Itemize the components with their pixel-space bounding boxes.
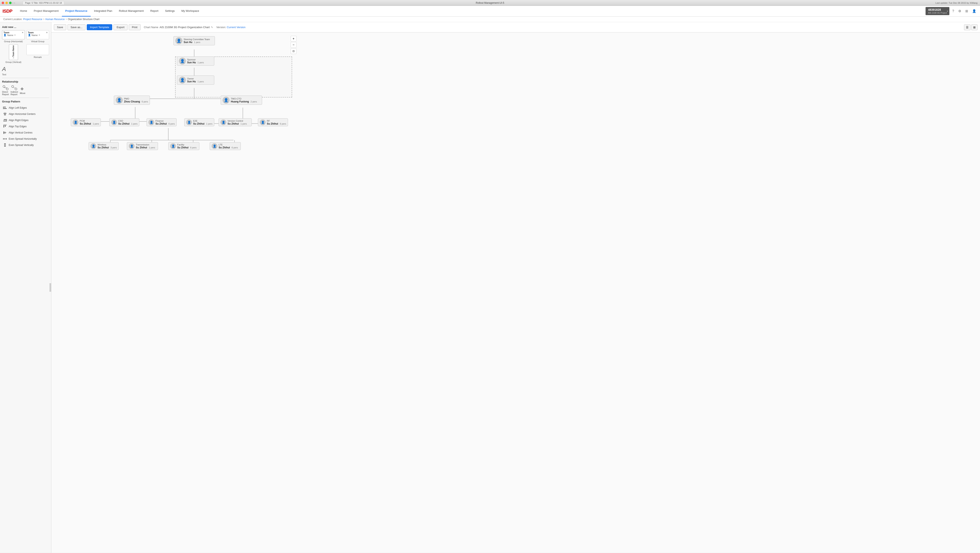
- page-info: Page: 5 Title: ISD-PPM-U1-03-02 18: [23, 1, 64, 5]
- badge-arrow-icon: [947, 10, 948, 12]
- node-e2e[interactable]: 👤 E2E Su Zhihui 1 pers: [184, 118, 214, 126]
- nav-report[interactable]: Report: [147, 6, 162, 17]
- nav-my-workspace[interactable]: My Workspace: [178, 6, 202, 17]
- rel-direct-report[interactable]: DirectReport: [2, 85, 9, 95]
- chart-canvas-inner: 👤 Steering Committee Team Sun Hu 1 pers …: [51, 32, 300, 177]
- breadcrumb: Current Location: Project Resource > Hum…: [0, 17, 980, 22]
- view-grid-button[interactable]: ⊞: [971, 24, 977, 30]
- pattern-align-left[interactable]: Align Left Edges: [2, 105, 49, 111]
- node-wireless[interactable]: 👤 Wireless Su Zhihui 3 pers: [89, 142, 119, 150]
- edit-chart-name-icon[interactable]: ✎: [211, 26, 213, 29]
- nav-integrated-plan[interactable]: Integrated Plan: [91, 6, 116, 17]
- inner-pcm: Su Zhihui 1 pers: [80, 122, 99, 125]
- team-vert-label: Team Name: [12, 45, 14, 57]
- info-version-control: Version Control Su Zhihui 1 pers: [228, 120, 247, 125]
- zoom-in-button[interactable]: +: [291, 36, 296, 41]
- pattern-align-right[interactable]: Align Right Edges: [2, 117, 49, 123]
- zoom-out-button[interactable]: −: [291, 42, 296, 48]
- count-steering: 1 pers: [194, 41, 200, 43]
- nav-settings[interactable]: Settings: [162, 6, 178, 17]
- rel-indirect-report[interactable]: IndirectReport: [11, 85, 18, 95]
- minimize-button[interactable]: [5, 2, 8, 4]
- node-cso[interactable]: 👤 CSO Su Zhihui 1 pers: [109, 118, 139, 126]
- sidebar-item-remark[interactable]: Remark: [27, 44, 49, 64]
- name-cso: Su Zhihui: [118, 122, 130, 125]
- project-badge[interactable]: 48391828 AIS 2100 3G Project: [926, 7, 949, 15]
- role-e2e: E2E: [193, 120, 212, 122]
- node-transmission[interactable]: 👤 Transmission Su Zhihui 1 pers: [127, 142, 158, 150]
- chart-canvas[interactable]: 👤 Steering Committee Team Sun Hu 1 pers …: [51, 32, 980, 553]
- team-label-v: Team: [28, 31, 34, 34]
- apps-button[interactable]: ⊞: [964, 8, 969, 14]
- move-icon: ✥: [20, 86, 25, 92]
- node-rf[interactable]: 👤 RF Su Zhihui 6 pers: [258, 118, 288, 126]
- info-transmission: Transmission Su Zhihui 1 pers: [136, 143, 155, 149]
- save-as-button[interactable]: Save as...: [67, 24, 86, 30]
- team-card-horizontal-body: 👤 Name ✕: [3, 34, 16, 37]
- pattern-align-v-center[interactable]: Align Vertical Centres: [2, 130, 49, 136]
- group-pattern-section: Group Pattern Align Left Edges Align Hor…: [2, 100, 49, 148]
- name-version-control: Su Zhihui: [228, 122, 239, 125]
- node-steering[interactable]: 👤 Steering Committee Team Sun Hu 1 pers: [173, 36, 215, 45]
- nav-home[interactable]: Home: [17, 6, 30, 17]
- fit-button[interactable]: ⊡: [291, 48, 296, 54]
- indirect-report-icon: [11, 85, 18, 91]
- titlebar-controls: [2, 2, 11, 4]
- breadcrumb-human-resource[interactable]: Human Resource: [45, 18, 65, 21]
- role-pmo: PMO: [124, 97, 148, 100]
- node-finance[interactable]: 👤 Finance Su Zhihui 6 pers: [146, 118, 177, 126]
- nav-project-resource[interactable]: Project Resource: [62, 6, 91, 17]
- nav-project-management[interactable]: Project Management: [30, 6, 62, 17]
- node-pcm[interactable]: 👤 PCM Su Zhihui 1 pers: [71, 118, 101, 126]
- main-layout: Add new ... Team ✕ 👤 Name ✕ Group (Horiz…: [0, 22, 980, 553]
- sidebar-item-virtual-group[interactable]: Team ✕ 👤 Name ✕ Virtual Group: [27, 30, 49, 43]
- print-button[interactable]: Print: [129, 24, 140, 30]
- version-area: Version: Current Version: [216, 25, 245, 29]
- sidebar-item-group-horizontal[interactable]: Team ✕ 👤 Name ✕ Group (Horizontal): [2, 30, 25, 43]
- pattern-spread-h[interactable]: Even Spread Horizontally: [2, 136, 49, 142]
- role-owner: Owner: [187, 78, 204, 80]
- maximize-button[interactable]: [9, 2, 11, 4]
- inner-wireless: Su Zhihui 3 pers: [97, 146, 117, 149]
- pattern-spread-v[interactable]: Even Spread Vertically: [2, 142, 49, 148]
- pattern-align-h-center[interactable]: Align Horizontal Centers: [2, 111, 49, 117]
- node-lte[interactable]: 👤 LTE Su Zhihui 6 pers: [210, 142, 241, 150]
- back-button[interactable]: ‹: [13, 1, 13, 4]
- breadcrumb-sep2: >: [65, 18, 67, 21]
- export-button[interactable]: Export: [113, 24, 127, 30]
- pattern-align-top[interactable]: Align Top Edges: [2, 123, 49, 130]
- virtual-group-label: Virtual Group: [31, 40, 45, 43]
- sidebar-item-text[interactable]: A Text: [2, 66, 49, 76]
- node-pmo[interactable]: 👤 PMO Zhou Chuang 6 pers: [114, 95, 150, 105]
- version-link[interactable]: Current Version: [227, 25, 245, 29]
- node-tmo-cto[interactable]: 👤 TMO-CTO Huang Fuxiong 2 pers: [221, 95, 262, 105]
- view-list-button[interactable]: ☰: [964, 24, 970, 30]
- rel-move[interactable]: ✥ Move: [20, 86, 25, 94]
- group-vertical-label: Group (Vertical): [5, 61, 21, 64]
- close-icon2: ✕: [14, 34, 16, 36]
- avatar-steering: 👤: [175, 37, 182, 44]
- node-facility[interactable]: 👤 Facility Su Zhihui 6 pers: [168, 142, 199, 150]
- user-button[interactable]: 👤: [971, 8, 977, 14]
- settings-button[interactable]: ⚙: [957, 8, 963, 14]
- info-pcm: PCM Su Zhihui 1 pers: [80, 120, 99, 125]
- node-sponsor[interactable]: 👤 Sponsor Sun Hu 1 pers: [177, 57, 214, 65]
- avatar-rf: 👤: [260, 119, 266, 125]
- chart-name-area: Chart Name AIS 2100M 3G Project Organiza…: [144, 25, 213, 29]
- help-button[interactable]: ?: [951, 8, 955, 14]
- count-sponsor: 1 pers: [197, 61, 204, 64]
- close-button[interactable]: [2, 2, 4, 4]
- save-button[interactable]: Save: [54, 24, 66, 30]
- nav-right: 48391828 AIS 2100 3G Project ? ⚙ ⊞ 👤: [926, 7, 977, 15]
- sidebar-item-group-vertical[interactable]: Team Name ✕ Group (Vertical): [2, 44, 25, 64]
- text-card: A: [2, 66, 6, 72]
- forward-button[interactable]: ›: [14, 1, 15, 4]
- nav-rollout-management[interactable]: Rollout Management: [116, 6, 147, 17]
- node-owner[interactable]: 👤 Owner Sun Hu 1 pers: [177, 76, 214, 85]
- breadcrumb-project-resource[interactable]: Project Resource: [23, 18, 42, 21]
- node-version-control[interactable]: 👤 Version Control Su Zhihui 1 pers: [219, 118, 252, 126]
- count-transmission: 1 pers: [149, 146, 155, 149]
- import-template-button[interactable]: Import Template: [87, 24, 112, 30]
- titlebar: ‹ › Page: 5 Title: ISD-PPM-U1-03-02 18 R…: [0, 0, 980, 6]
- sidebar-toggle[interactable]: ‹: [49, 283, 51, 292]
